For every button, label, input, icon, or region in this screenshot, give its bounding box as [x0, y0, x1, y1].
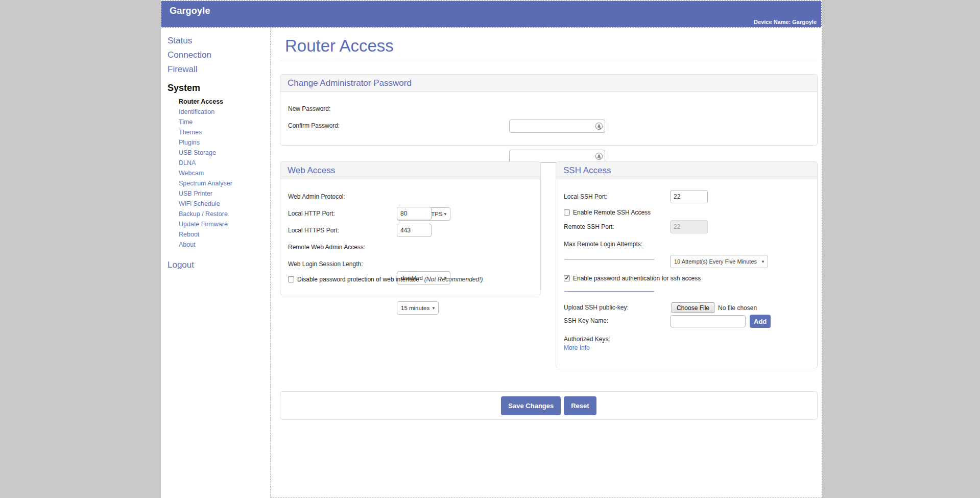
sidebar-item-webcam[interactable]: Webcam	[179, 168, 270, 178]
ssh-divider	[564, 259, 654, 259]
web-access-panel-title: Web Access	[280, 162, 540, 179]
local-https-port-label: Local HTTPS Port:	[288, 224, 339, 237]
new-password-label: New Password:	[288, 102, 330, 115]
enable-remote-ssh-row: Enable Remote SSH Access	[564, 209, 651, 216]
sidebar-item-connection[interactable]: Connection	[168, 48, 270, 62]
ssh-access-panel-title: SSH Access	[556, 162, 817, 179]
header-bar: Gargoyle Device Name: Gargoyle	[161, 1, 822, 28]
sidebar-item-identification[interactable]: Identification	[179, 107, 270, 117]
password-auth-checkbox[interactable]: ✓	[564, 275, 570, 281]
web-admin-protocol-label: Web Admin Protocol:	[288, 190, 345, 203]
chevron-down-icon: ▼	[761, 256, 765, 268]
change-password-panel-title: Change Administrator Password	[280, 75, 817, 92]
new-password-input[interactable]	[509, 120, 605, 133]
sidebar-item-reboot[interactable]: Reboot	[179, 229, 270, 240]
ssh-access-panel: SSH Access Local SSH Port: Enable Remote…	[556, 161, 818, 368]
web-session-length-select[interactable]: 15 minutes ▼	[397, 301, 439, 315]
no-file-chosen-text: No file chosen	[718, 304, 757, 312]
not-recommended-note: (Not Recommended!)	[424, 276, 483, 283]
sidebar-item-backup-restore[interactable]: Backup / Restore	[179, 209, 270, 219]
web-access-panel: Web Access Web Admin Protocol: HTTP & HT…	[280, 161, 541, 295]
sidebar-item-logout[interactable]: Logout	[168, 258, 270, 272]
app-title: Gargoyle	[170, 6, 210, 16]
sidebar-item-usb-printer[interactable]: USB Printer	[179, 188, 270, 199]
sidebar-item-plugins[interactable]: Plugins	[179, 137, 270, 148]
page: Gargoyle Device Name: Gargoyle Status Co…	[0, 0, 980, 498]
disable-password-protection-checkbox[interactable]	[288, 276, 294, 282]
remote-ssh-port-input	[670, 220, 708, 233]
sidebar-item-usb-storage[interactable]: USB Storage	[179, 148, 270, 158]
more-info-link[interactable]: More Info	[564, 344, 590, 351]
change-password-panel: Change Administrator Password New Passwo…	[280, 74, 818, 146]
password-auth-row: ✓ Enable password authentication for ssh…	[564, 275, 701, 282]
sidebar-item-router-access[interactable]: Router Access	[179, 97, 270, 107]
web-session-length-label: Web Login Session Length:	[288, 257, 363, 271]
choose-file-button[interactable]: Choose File	[672, 302, 714, 313]
max-login-attempts-select[interactable]: 10 Attempt(s) Every Five Minutes ▼	[670, 255, 768, 268]
device-name-label: Device Name: Gargoyle	[754, 19, 817, 25]
disable-password-protection-label: Disable password protection of web inter…	[297, 276, 419, 283]
local-http-port-input[interactable]	[397, 207, 432, 220]
ssh-key-name-label: SSH Key Name:	[564, 314, 608, 327]
remote-ssh-port-label: Remote SSH Port:	[564, 220, 614, 233]
ssh-key-name-input[interactable]	[670, 315, 746, 327]
disable-password-protection-row: Disable password protection of web inter…	[288, 276, 483, 283]
sidebar-item-firewall[interactable]: Firewall	[168, 62, 270, 77]
add-key-button[interactable]: Add	[750, 315, 771, 328]
sidebar-item-dlna[interactable]: DLNA	[179, 158, 270, 168]
enable-remote-ssh-label: Enable Remote SSH Access	[573, 209, 651, 216]
password-auth-label: Enable password authentication for ssh a…	[573, 275, 701, 282]
check-icon: ✓	[564, 275, 569, 281]
sidebar-nav: Status Connection Firewall System Router…	[161, 28, 270, 498]
sidebar-item-time[interactable]: Time	[179, 117, 270, 127]
sidebar-item-about[interactable]: About	[179, 240, 270, 250]
sidebar-item-themes[interactable]: Themes	[179, 127, 270, 137]
reset-button[interactable]: Reset	[564, 396, 596, 415]
sidebar-system-submenu: Router Access Identification Time Themes…	[179, 97, 270, 250]
password-reveal-icon[interactable]	[595, 152, 603, 160]
password-reveal-icon[interactable]	[595, 122, 603, 130]
local-http-port-label: Local HTTP Port:	[288, 207, 335, 220]
new-password-wrap	[509, 120, 605, 133]
upload-ssh-key-control: Choose FileNo file chosen	[672, 302, 757, 313]
chevron-down-icon: ▼	[432, 302, 436, 315]
sidebar-item-update-firmware[interactable]: Update Firmware	[179, 219, 270, 229]
max-login-attempts-label: Max Remote Login Attempts:	[564, 238, 642, 251]
page-title: Router Access	[280, 35, 817, 61]
web-ssh-columns: Web Access Web Admin Protocol: HTTP & HT…	[280, 161, 817, 368]
local-https-port-input[interactable]	[397, 224, 432, 237]
local-ssh-port-label: Local SSH Port:	[564, 190, 607, 203]
upload-ssh-key-label: Upload SSH public-key:	[564, 301, 629, 314]
ssh-divider	[564, 291, 654, 292]
save-changes-button[interactable]: Save Changes	[501, 396, 561, 415]
sidebar-item-wifi-schedule[interactable]: WiFi Schedule	[179, 199, 270, 209]
sidebar-item-system[interactable]: System	[168, 82, 270, 94]
site-container: Gargoyle Device Name: Gargoyle Status Co…	[161, 0, 822, 498]
remote-web-admin-label: Remote Web Admin Access:	[288, 241, 365, 254]
sidebar-item-spectrum-analyser[interactable]: Spectrum Analyser	[179, 178, 270, 188]
local-ssh-port-input[interactable]	[670, 190, 708, 203]
confirm-password-label: Confirm Password:	[288, 119, 340, 132]
enable-remote-ssh-checkbox[interactable]	[564, 209, 570, 216]
sidebar-item-status[interactable]: Status	[168, 34, 270, 48]
actions-panel: Save Changes Reset	[280, 391, 818, 420]
main-content: Router Access Change Administrator Passw…	[270, 28, 822, 498]
web-session-length-value: 15 minutes	[401, 305, 429, 311]
max-login-attempts-value: 10 Attempt(s) Every Five Minutes	[674, 258, 757, 265]
chevron-down-icon: ▼	[443, 208, 447, 221]
